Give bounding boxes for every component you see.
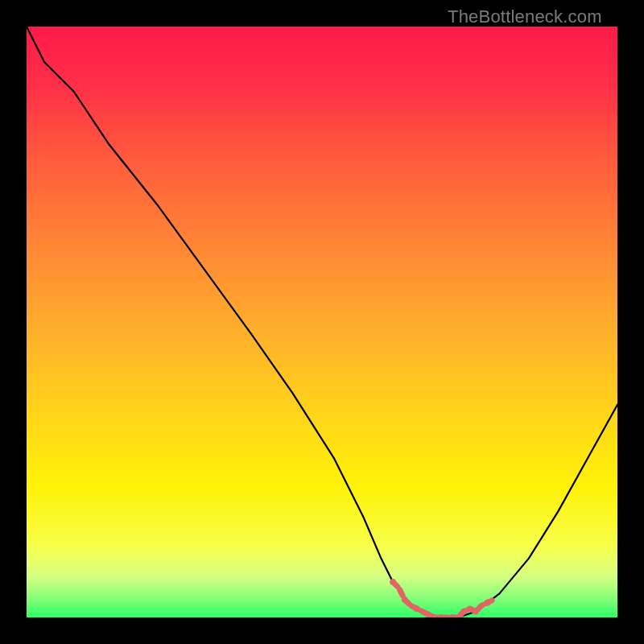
watermark-text: TheBottleneck.com [448,6,602,27]
chart-frame: TheBottleneck.com [0,0,644,644]
bottleneck-curve [27,27,617,617]
plot-area [27,27,617,617]
